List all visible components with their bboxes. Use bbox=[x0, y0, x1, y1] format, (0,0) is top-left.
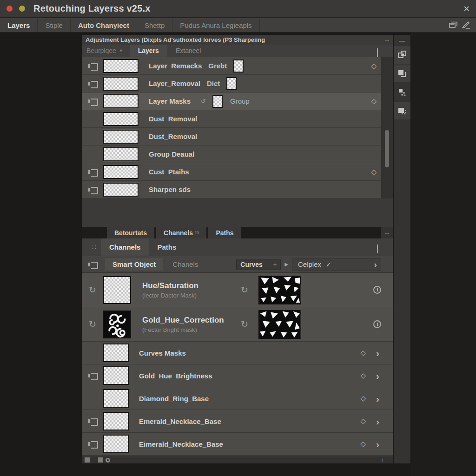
chevron-right-icon[interactable]: › bbox=[376, 348, 379, 358]
swirl-thumbnail[interactable] bbox=[103, 311, 131, 338]
chevron-right-icon[interactable]: › bbox=[376, 394, 379, 403]
sync-icon[interactable]: ◇ bbox=[360, 417, 366, 425]
tab-layers[interactable]: Layers bbox=[130, 45, 167, 57]
chevron-right-icon[interactable]: › bbox=[376, 416, 379, 426]
layer-row[interactable]: Layer_Removal Diet bbox=[82, 75, 393, 93]
channel-thumbnail[interactable] bbox=[103, 344, 129, 362]
footer-square-icon[interactable] bbox=[85, 457, 90, 463]
dock-copy-dashed-button[interactable] bbox=[394, 102, 410, 119]
chevron-right-icon[interactable]: › bbox=[376, 371, 379, 381]
menu-item-auto-chanyiect[interactable]: Auto Chanyiect bbox=[71, 18, 137, 32]
footer-square-icon[interactable] bbox=[98, 457, 103, 463]
layer-mark-icon[interactable] bbox=[88, 169, 97, 175]
layer-row[interactable]: Sharpen sds bbox=[82, 181, 393, 198]
adjustment-row[interactable]: ↻ Gold_Hue_Correction (Fector Bright mas… bbox=[82, 307, 393, 342]
channel-row[interactable]: Gold_Hue_Brightness ◇› bbox=[82, 364, 393, 387]
header-tab-channels[interactable]: Channels bbox=[101, 238, 149, 256]
adjustment-row[interactable]: ↻ Hue/Saturation (lector Dactor Mask) ↻ bbox=[82, 273, 393, 307]
header-tab-paths[interactable]: Paths bbox=[149, 238, 185, 256]
footer-record-icon[interactable] bbox=[106, 458, 110, 463]
layer-mark-icon[interactable] bbox=[88, 441, 97, 447]
traffic-light-red-icon[interactable] bbox=[7, 6, 13, 12]
menu-item-shettp[interactable]: Shettp bbox=[137, 18, 172, 32]
collapse-panel-button[interactable] bbox=[377, 49, 378, 58]
layer-mark-icon[interactable] bbox=[88, 81, 97, 86]
layer-row[interactable]: Group Deaual bbox=[82, 145, 393, 163]
dock-transform-button[interactable] bbox=[394, 83, 410, 101]
dock-duplicate-layers-button[interactable] bbox=[394, 46, 410, 64]
h-scroll-arrows-icon[interactable]: ↔ bbox=[381, 35, 393, 45]
layer-thumbnail[interactable] bbox=[103, 112, 139, 126]
panel-list-icon[interactable] bbox=[449, 21, 457, 29]
add-icon[interactable]: + bbox=[381, 456, 384, 463]
layer-mark-icon[interactable] bbox=[88, 262, 97, 267]
sync-icon[interactable]: ◇ bbox=[360, 440, 366, 448]
layer-row[interactable]: Dust_Removal bbox=[82, 110, 393, 128]
minimize-icon[interactable]: — bbox=[394, 35, 410, 46]
menu-item-stiple[interactable]: Stiple bbox=[38, 18, 71, 32]
sync-icon[interactable]: ◇ bbox=[360, 371, 366, 380]
refresh-icon[interactable]: ↻ bbox=[241, 285, 248, 295]
channel-thumbnail[interactable] bbox=[103, 389, 129, 408]
info-icon[interactable] bbox=[373, 286, 381, 294]
layer-row-selected[interactable]: Layer Masks ↺ Group ◇ bbox=[82, 93, 393, 110]
refresh-icon[interactable]: ↻ bbox=[89, 319, 96, 330]
curves-dropdown[interactable]: Curves + bbox=[236, 259, 281, 270]
channel-thumbnail[interactable] bbox=[103, 276, 131, 304]
close-icon[interactable]: × bbox=[463, 4, 469, 14]
preset-dropdown[interactable]: Beurplqee ▼ bbox=[82, 45, 130, 57]
mosaic-mask-thumbnail[interactable] bbox=[258, 310, 301, 339]
layer-thumbnail[interactable] bbox=[103, 59, 139, 73]
layer-mark-icon[interactable] bbox=[88, 99, 97, 104]
chevron-right-icon[interactable]: › bbox=[376, 439, 379, 449]
scrollbar-thumb[interactable] bbox=[385, 130, 389, 167]
layer-thumbnail[interactable] bbox=[103, 130, 139, 144]
sync-icon[interactable]: ◇ bbox=[371, 62, 377, 70]
layer-mark-icon[interactable] bbox=[88, 418, 97, 424]
channel-thumbnail[interactable] bbox=[103, 412, 129, 430]
info-icon[interactable] bbox=[373, 320, 381, 328]
collapse-panel-button[interactable] bbox=[377, 245, 378, 254]
tab-paths[interactable]: Paths bbox=[208, 227, 241, 238]
mask-thumbnail[interactable] bbox=[226, 77, 237, 90]
layer-thumbnail[interactable] bbox=[103, 94, 139, 108]
refresh-icon[interactable]: ↻ bbox=[89, 284, 96, 295]
channel-row[interactable]: Diamond_Ring_Base ◇› bbox=[82, 387, 393, 410]
menu-item-pudus[interactable]: Pudus Anura Legieapls bbox=[172, 18, 259, 32]
mask-thumbnail[interactable] bbox=[212, 95, 223, 108]
layer-thumbnail[interactable] bbox=[103, 147, 139, 161]
traffic-light-olive-icon[interactable] bbox=[19, 6, 25, 12]
layer-thumbnail[interactable] bbox=[103, 165, 139, 179]
sync-icon[interactable]: ◇ bbox=[371, 168, 377, 176]
sync-icon[interactable]: ◇ bbox=[371, 97, 377, 106]
tab-betourtats[interactable]: Betourtats bbox=[107, 227, 154, 238]
edit-pen-icon[interactable] bbox=[462, 21, 470, 29]
layer-mark-icon[interactable] bbox=[88, 63, 97, 69]
dock-copy-button[interactable] bbox=[394, 65, 410, 82]
channel-thumbnail[interactable] bbox=[103, 366, 129, 385]
layer-mark-icon[interactable] bbox=[88, 187, 97, 192]
smart-object-button[interactable]: Smart Object bbox=[105, 258, 163, 271]
sync-icon[interactable]: ◇ bbox=[360, 394, 366, 403]
layer-thumbnail[interactable] bbox=[103, 183, 139, 197]
channel-thumbnail[interactable] bbox=[103, 435, 129, 453]
menu-item-layers[interactable]: Layers bbox=[0, 18, 38, 32]
refresh-icon[interactable]: ↻ bbox=[241, 319, 248, 329]
channel-row[interactable]: Emerald_Necklace_Base ◇› bbox=[82, 410, 393, 433]
layer-row[interactable]: Layer_Remacks Grebt ◇ bbox=[82, 57, 393, 75]
chevron-right-icon[interactable]: › bbox=[374, 260, 379, 269]
h-scroll-arrows-icon[interactable]: ↔ bbox=[381, 227, 393, 238]
scrollbar-track[interactable] bbox=[381, 57, 393, 198]
layer-mark-icon[interactable] bbox=[88, 373, 97, 378]
play-arrow-icon[interactable]: ▶ bbox=[284, 262, 288, 267]
layer-thumbnail[interactable] bbox=[103, 77, 139, 91]
channel-row[interactable]: Curves Masks ◇› bbox=[82, 342, 393, 364]
layer-row[interactable]: Cust_Ptaihs ◇ bbox=[82, 163, 393, 181]
tab-extaneel[interactable]: Extaneel bbox=[167, 45, 209, 57]
celplex-dropdown[interactable]: Celplex ✓ › bbox=[292, 258, 381, 271]
chanels-label[interactable]: Chanels bbox=[172, 260, 198, 268]
mosaic-mask-thumbnail[interactable] bbox=[258, 276, 301, 304]
layer-row[interactable]: Dust_Removal bbox=[82, 128, 393, 145]
channel-row[interactable]: Eimerald_Necklace_Base ◇› bbox=[82, 433, 393, 456]
sync-icon[interactable]: ◇ bbox=[360, 349, 366, 357]
